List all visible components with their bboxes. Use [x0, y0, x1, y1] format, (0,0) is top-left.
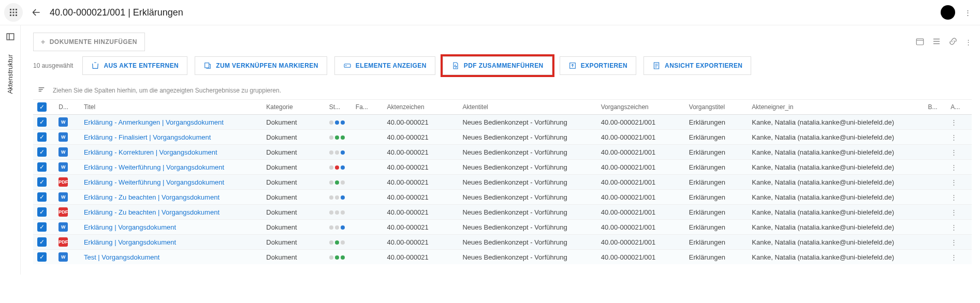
- row-checkbox[interactable]: ✓: [37, 132, 47, 142]
- row-checkbox[interactable]: ✓: [37, 222, 47, 232]
- export-label: EXPORTIEREN: [581, 62, 627, 69]
- col-b[interactable]: B...: [924, 100, 947, 115]
- row-title-link[interactable]: Erklärung - Zu beachten | Vorgangsdokume…: [84, 208, 220, 216]
- col-owner[interactable]: Akteneigner_in: [748, 100, 924, 115]
- row-checkbox[interactable]: ✓: [37, 177, 47, 187]
- filetype-icon: PDF: [58, 207, 68, 217]
- row-checkbox[interactable]: ✓: [37, 207, 47, 217]
- remove-from-file-button[interactable]: AUS AKTE ENTFERNEN: [82, 56, 187, 75]
- app-header: 40.00-000021/001 | Erklärungen ⋮: [0, 0, 980, 25]
- table-row[interactable]: ✓WErklärung - Weiterführung | Vorgangsdo…: [33, 160, 972, 175]
- show-elements-button[interactable]: ELEMENTE ANZEIGEN: [334, 56, 435, 75]
- col-vorgangstitel[interactable]: Vorgangstitel: [685, 100, 748, 115]
- row-title-link[interactable]: Erklärung - Zu beachten | Vorgangsdokume…: [84, 193, 220, 201]
- row-kategorie: Dokument: [262, 130, 325, 145]
- col-aktentitel[interactable]: Aktentitel: [458, 100, 596, 115]
- table-row[interactable]: ✓WErklärung - Finalisiert | Vorgangsdoku…: [33, 130, 972, 145]
- row-checkbox[interactable]: ✓: [37, 192, 47, 202]
- table-row[interactable]: ✓WErklärung - Zu beachten | Vorgangsdoku…: [33, 190, 972, 205]
- row-more-icon[interactable]: ⋮: [950, 193, 957, 201]
- row-checkbox[interactable]: ✓: [37, 237, 47, 247]
- filetype-icon: W: [58, 252, 68, 262]
- row-more-icon[interactable]: ⋮: [950, 253, 957, 261]
- avatar[interactable]: [941, 5, 955, 20]
- toolbar-more-icon[interactable]: ⋮: [965, 38, 972, 46]
- row-title-link[interactable]: Test | Vorgangsdokument: [84, 253, 159, 261]
- export-view-button[interactable]: ANSICHT EXPORTIEREN: [643, 56, 751, 75]
- col-actions[interactable]: A...: [946, 100, 972, 115]
- row-vorgangszeichen: 40.00-000021/001: [597, 130, 685, 145]
- mark-for-link-button[interactable]: ZUM VERKNÜPFEN MARKIEREN: [195, 56, 327, 75]
- row-aktentitel: Neues Bedienkonzept - Vorführung: [458, 190, 596, 205]
- col-filetype[interactable]: D...: [54, 100, 80, 115]
- row-title-link[interactable]: Erklärung - Weiterführung | Vorgangsdoku…: [84, 178, 224, 186]
- row-more-icon[interactable]: ⋮: [950, 178, 957, 186]
- row-aktentitel: Neues Bedienkonzept - Vorführung: [458, 145, 596, 160]
- row-checkbox[interactable]: ✓: [37, 162, 47, 172]
- link-icon[interactable]: [948, 37, 958, 48]
- back-icon[interactable]: [27, 3, 46, 22]
- sidebar-toggle-icon[interactable]: [3, 29, 18, 44]
- col-aktenzeichen[interactable]: Aktenzeichen: [383, 100, 459, 115]
- row-more-icon[interactable]: ⋮: [950, 148, 957, 156]
- row-title-link[interactable]: Erklärung - Anmerkungen | Vorgangsdokume…: [84, 118, 224, 126]
- row-b: [924, 130, 947, 145]
- col-status[interactable]: St...: [325, 100, 352, 115]
- row-owner: Kanke, Natalia (natalia.kanke@uni-bielef…: [748, 130, 924, 145]
- row-kategorie: Dokument: [262, 145, 325, 160]
- add-documents-button[interactable]: + DOKUMENTE HINZUFÜGEN: [33, 33, 145, 51]
- header-more-icon[interactable]: ⋮: [959, 9, 976, 17]
- row-aktenzeichen: 40.00-000021: [383, 115, 459, 130]
- row-kategorie: Dokument: [262, 250, 325, 265]
- table-row[interactable]: ✓PDFErklärung | VorgangsdokumentDokument…: [33, 235, 972, 250]
- table-row[interactable]: ✓WErklärung | VorgangsdokumentDokument40…: [33, 220, 972, 235]
- svg-rect-11: [916, 38, 924, 44]
- table-row[interactable]: ✓WErklärung - Korrekturen | Vorgangsdoku…: [33, 145, 972, 160]
- row-vorgangstitel: Erklärungen: [685, 130, 748, 145]
- sidebar-vertical-label: Aktenstruktur: [6, 54, 14, 94]
- row-more-icon[interactable]: ⋮: [950, 238, 957, 246]
- row-fa: [352, 190, 383, 205]
- col-title[interactable]: Titel: [80, 100, 262, 115]
- row-title-link[interactable]: Erklärung - Korrekturen | Vorgangsdokume…: [84, 148, 217, 156]
- row-fa: [352, 205, 383, 220]
- filetype-icon: W: [58, 117, 68, 127]
- table-row[interactable]: ✓WErklärung - Anmerkungen | Vorgangsdoku…: [33, 115, 972, 130]
- row-vorgangstitel: Erklärungen: [685, 115, 748, 130]
- row-vorgangstitel: Erklärungen: [685, 235, 748, 250]
- col-vorgangszeichen[interactable]: Vorgangszeichen: [597, 100, 685, 115]
- list-settings-icon[interactable]: [932, 37, 941, 48]
- col-kategorie[interactable]: Kategorie: [262, 100, 325, 115]
- row-more-icon[interactable]: ⋮: [950, 223, 957, 231]
- calendar-settings-icon[interactable]: [915, 37, 925, 48]
- apps-icon[interactable]: [4, 3, 23, 22]
- row-title-link[interactable]: Erklärung | Vorgangsdokument: [84, 238, 176, 246]
- row-more-icon[interactable]: ⋮: [950, 208, 957, 216]
- col-fa[interactable]: Fa...: [352, 100, 383, 115]
- svg-rect-2: [16, 9, 17, 10]
- svg-rect-7: [13, 14, 14, 16]
- row-title-link[interactable]: Erklärung - Weiterführung | Vorgangsdoku…: [84, 163, 224, 171]
- group-by-icon[interactable]: [37, 85, 46, 95]
- row-kategorie: Dokument: [262, 160, 325, 175]
- row-checkbox[interactable]: ✓: [37, 252, 47, 262]
- row-more-icon[interactable]: ⋮: [950, 133, 957, 141]
- export-button[interactable]: EXPORTIEREN: [560, 56, 636, 75]
- row-title-link[interactable]: Erklärung | Vorgangsdokument: [84, 223, 176, 231]
- row-status: [325, 220, 352, 235]
- filetype-icon: W: [58, 192, 68, 202]
- row-checkbox[interactable]: ✓: [37, 147, 47, 157]
- table-row[interactable]: ✓WTest | VorgangsdokumentDokument40.00-0…: [33, 250, 972, 265]
- row-title-link[interactable]: Erklärung - Finalisiert | Vorgangsdokume…: [84, 133, 211, 141]
- table-row[interactable]: ✓PDFErklärung - Weiterführung | Vorgangs…: [33, 175, 972, 190]
- select-all-checkbox[interactable]: ✓: [37, 102, 47, 112]
- merge-pdf-button[interactable]: PDF ZUSAMMENFÜHREN: [443, 56, 552, 75]
- table-header-row: ✓ D... Titel Kategorie St... Fa... Akten…: [33, 100, 972, 115]
- row-owner: Kanke, Natalia (natalia.kanke@uni-bielef…: [748, 115, 924, 130]
- table-row[interactable]: ✓PDFErklärung - Zu beachten | Vorgangsdo…: [33, 205, 972, 220]
- row-more-icon[interactable]: ⋮: [950, 163, 957, 171]
- row-checkbox[interactable]: ✓: [37, 117, 47, 127]
- row-aktentitel: Neues Bedienkonzept - Vorführung: [458, 205, 596, 220]
- svg-rect-3: [10, 12, 11, 13]
- row-more-icon[interactable]: ⋮: [950, 118, 957, 126]
